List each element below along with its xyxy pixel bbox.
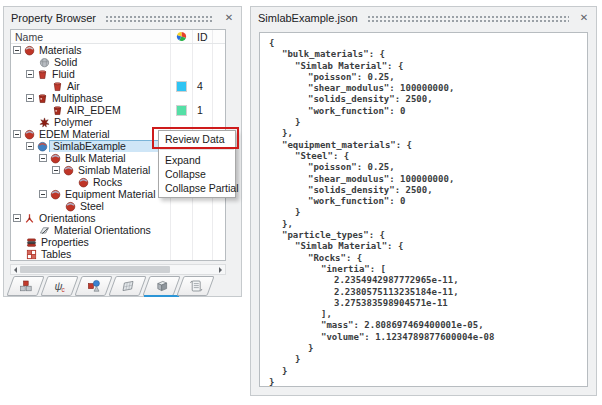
header-filler bbox=[213, 30, 225, 43]
browser-tab-primitives[interactable] bbox=[78, 276, 109, 296]
browser-tab-mesh[interactable] bbox=[112, 276, 143, 296]
json-line: } bbox=[269, 366, 585, 377]
tree-row[interactable]: Fluid bbox=[11, 68, 225, 80]
tree-row-name-cell: Rocks bbox=[11, 176, 171, 188]
row-filler bbox=[213, 116, 225, 128]
drag-handle-dots[interactable] bbox=[105, 15, 214, 22]
id-cell bbox=[193, 44, 213, 56]
tree-row-name-cell: Air bbox=[11, 80, 171, 92]
json-viewer-titlebar: SimlabExample.json ✕ bbox=[251, 7, 596, 28]
tree-item-label: Solid bbox=[51, 57, 80, 68]
browser-tab-model-cubes[interactable] bbox=[10, 276, 41, 296]
column-header-color[interactable] bbox=[171, 30, 193, 43]
browser-tab-bar: ψc bbox=[10, 276, 214, 297]
json-line: 2.2380575113235184e-11, bbox=[269, 287, 585, 298]
tree-row-name-cell: Polymer bbox=[11, 116, 171, 128]
scroll-right-arrow-icon[interactable] bbox=[219, 267, 222, 273]
json-line: "Rocks": { bbox=[269, 253, 585, 264]
horizontal-scrollbar[interactable] bbox=[10, 264, 226, 275]
column-header-name[interactable]: Name bbox=[11, 30, 171, 43]
color-cell bbox=[171, 68, 193, 80]
row-filler bbox=[213, 248, 225, 260]
color-cell bbox=[171, 236, 193, 248]
collapse-expander-icon[interactable] bbox=[26, 142, 34, 150]
collapse-expander-icon[interactable] bbox=[52, 166, 60, 174]
json-line: "work_function": 0 bbox=[269, 106, 585, 117]
indent-spacer bbox=[11, 122, 39, 123]
tree-item-label: SimlabExample bbox=[49, 140, 170, 152]
id-cell bbox=[193, 200, 213, 212]
scrollbar-thumb[interactable] bbox=[20, 266, 170, 273]
tree-item-label: Equipment Material bbox=[62, 189, 158, 200]
tree-item-label: Orientations bbox=[36, 213, 99, 224]
drag-handle-dots[interactable] bbox=[367, 15, 569, 22]
collapse-expander-icon[interactable] bbox=[26, 70, 34, 78]
json-line: "shear_modulus": 100000000, bbox=[269, 174, 585, 185]
collapse-expander-icon[interactable] bbox=[13, 46, 21, 54]
collapse-expander-icon[interactable] bbox=[13, 130, 21, 138]
menu-item-collapse-partial[interactable]: Collapse Partial bbox=[159, 181, 235, 195]
id-cell bbox=[193, 236, 213, 248]
primitives-icon bbox=[87, 279, 101, 293]
close-icon[interactable]: ✕ bbox=[578, 12, 590, 24]
orientations-icon bbox=[24, 213, 35, 224]
tree-row[interactable]: Solid bbox=[11, 56, 225, 68]
json-line: "solids_density": 2500, bbox=[269, 185, 585, 196]
solid-icon bbox=[39, 57, 50, 68]
tree-row[interactable]: Multiphase bbox=[11, 92, 225, 104]
browser-tab-solid-cube[interactable] bbox=[146, 276, 177, 296]
json-text-area[interactable]: {"bulk_materials": {"Simlab Material": {… bbox=[259, 32, 588, 387]
json-line: "Simlab Material": { bbox=[269, 61, 585, 72]
json-line: "shear_modulus": 100000000, bbox=[269, 83, 585, 94]
tree-item-label: Properties bbox=[38, 237, 92, 248]
fluid-icon bbox=[52, 81, 63, 92]
tables-icon bbox=[26, 249, 37, 260]
tree-row[interactable]: Steel bbox=[11, 200, 225, 212]
tree-row[interactable]: Material Orientations bbox=[11, 224, 225, 236]
mesh-icon bbox=[121, 279, 135, 293]
json-line: "Simlab Material": { bbox=[269, 241, 585, 252]
json-line: "work_function": 0 bbox=[269, 196, 585, 207]
color-wheel-icon bbox=[176, 31, 187, 42]
id-cell: 1 bbox=[193, 104, 213, 116]
json-line: } bbox=[269, 377, 585, 387]
edem-icon bbox=[24, 129, 35, 140]
collapse-expander-icon[interactable] bbox=[39, 190, 47, 198]
scroll-left-arrow-icon[interactable] bbox=[14, 267, 17, 273]
indent-spacer bbox=[11, 158, 39, 159]
tree-row[interactable]: Tables bbox=[11, 248, 225, 260]
tree-row[interactable]: Polymer bbox=[11, 116, 225, 128]
tree-row[interactable]: Materials bbox=[11, 44, 225, 56]
menu-item-review-data[interactable]: Review Data bbox=[159, 132, 235, 146]
tree-item-label: EDEM Material bbox=[36, 129, 113, 140]
collapse-expander-icon[interactable] bbox=[26, 94, 34, 102]
tree-row[interactable]: Orientations bbox=[11, 212, 225, 224]
tree-row[interactable]: Properties bbox=[11, 236, 225, 248]
color-swatch[interactable] bbox=[177, 106, 186, 115]
browser-tab-script[interactable] bbox=[180, 276, 211, 296]
tree-row-name-cell: Tables bbox=[11, 248, 171, 260]
menu-item-expand[interactable]: Expand bbox=[159, 153, 235, 167]
menu-separator bbox=[160, 149, 234, 150]
tree-item-label: Tables bbox=[38, 249, 74, 260]
row-filler bbox=[213, 212, 225, 224]
json-line: } bbox=[269, 207, 585, 218]
color-swatch[interactable] bbox=[177, 82, 186, 91]
json-line: 3.275383598904571e-11 bbox=[269, 298, 585, 309]
model-cubes-icon bbox=[19, 279, 33, 293]
indent-spacer bbox=[11, 62, 39, 63]
tree-row-name-cell: Simlab Material bbox=[11, 164, 171, 176]
tree-row[interactable]: Air4 bbox=[11, 80, 225, 92]
tree-header: Name ID bbox=[11, 30, 225, 44]
tree-row[interactable]: AIR_EDEM1 bbox=[11, 104, 225, 116]
collapse-expander-icon[interactable] bbox=[39, 154, 47, 162]
indent-spacer bbox=[11, 182, 78, 183]
column-header-id[interactable]: ID bbox=[193, 30, 213, 43]
menu-item-collapse[interactable]: Collapse bbox=[159, 167, 235, 181]
collapse-expander-icon[interactable] bbox=[13, 214, 21, 222]
browser-tab-psi[interactable]: ψc bbox=[44, 276, 75, 296]
json-line: "volume": 1.1234789877600004e-08 bbox=[269, 332, 585, 343]
tree-item-label: Simlab Material bbox=[75, 165, 153, 176]
close-icon[interactable]: ✕ bbox=[223, 12, 235, 24]
json-line: "mass": 2.808697469400001e-05, bbox=[269, 320, 585, 331]
